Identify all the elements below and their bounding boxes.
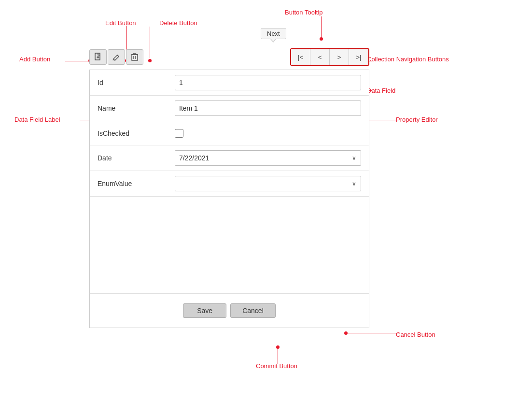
add-button[interactable] — [89, 49, 107, 65]
delete-button[interactable] — [126, 49, 143, 65]
ischecked-row: IsChecked — [90, 121, 369, 145]
enumvalue-row: EnumValue ∨ — [90, 171, 369, 197]
id-row: Id — [90, 70, 369, 96]
date-select-wrapper: 7/22/2021 ∨ — [175, 150, 361, 166]
save-button[interactable]: Save — [183, 303, 226, 318]
delete-icon — [131, 53, 138, 61]
enumvalue-select[interactable] — [175, 176, 361, 191]
nav-first-button[interactable]: |< — [291, 49, 310, 65]
enumvalue-select-wrapper: ∨ — [175, 176, 361, 191]
collection-nav-group: |< < > >| — [290, 48, 369, 66]
svg-line-4 — [117, 55, 119, 57]
tooltip-box: Next — [261, 28, 286, 39]
button-tooltip-annotation: Button Tooltip — [285, 9, 323, 16]
name-row: Name — [90, 96, 369, 121]
svg-line-5 — [113, 59, 113, 60]
add-button-annotation: Add Button — [19, 56, 50, 63]
form-actions: Save Cancel — [90, 293, 369, 328]
id-label: Id — [98, 79, 175, 86]
edit-button-annotation: Edit Button — [105, 19, 136, 27]
property-editor-annotation: Property Editor — [396, 116, 438, 123]
name-label: Name — [98, 104, 175, 112]
form-container: Id Name IsChecked Date 7/22/2021 ∨ EnumV… — [89, 70, 369, 328]
data-field-label-annotation: Data Field Label — [14, 116, 60, 123]
add-icon — [94, 53, 102, 61]
tooltip-text: Next — [267, 30, 280, 37]
date-row: Date 7/22/2021 ∨ — [90, 145, 369, 171]
delete-button-annotation: Delete Button — [159, 19, 197, 27]
enumvalue-label: EnumValue — [98, 180, 175, 187]
svg-rect-6 — [132, 55, 138, 60]
date-label: Date — [98, 154, 175, 162]
tooltip-arrow-inner — [271, 39, 276, 42]
edit-icon — [112, 53, 120, 61]
date-select[interactable]: 7/22/2021 — [175, 150, 361, 166]
cancel-button[interactable]: Cancel — [230, 303, 276, 318]
nav-next-button[interactable]: > — [330, 49, 349, 65]
collection-nav-annotation: Collection Navigation Buttons — [367, 56, 449, 63]
nav-last-button[interactable]: >| — [349, 49, 368, 65]
cancel-button-annotation: Cancel Button — [396, 331, 435, 338]
nav-prev-button[interactable]: < — [310, 49, 330, 65]
form-spacer — [90, 197, 369, 293]
ischecked-label: IsChecked — [98, 129, 175, 137]
name-input[interactable] — [175, 100, 361, 116]
edit-button[interactable] — [108, 49, 125, 65]
id-input[interactable] — [175, 75, 361, 90]
commit-button-annotation: Commit Button — [256, 362, 297, 370]
ischecked-checkbox[interactable] — [175, 129, 183, 138]
